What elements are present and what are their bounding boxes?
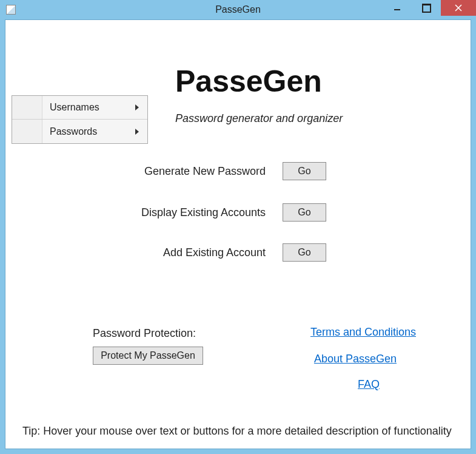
menu-gutter — [12, 96, 42, 119]
window-controls — [383, 0, 476, 16]
menu-item-usernames[interactable]: Usernames — [12, 96, 147, 120]
go-button-generate[interactable]: Go — [283, 162, 326, 180]
action-generate-password: Generate New Password Go — [129, 162, 326, 180]
action-label: Display Existing Accounts — [129, 206, 266, 219]
close-button[interactable] — [441, 0, 476, 16]
main-menu: Usernames Passwords — [12, 95, 148, 144]
action-label: Generate New Password — [129, 165, 266, 178]
minimize-button[interactable] — [383, 0, 412, 16]
maximize-button[interactable] — [412, 0, 441, 16]
action-add-account: Add Existing Account Go — [129, 243, 326, 262]
tagline: Password generator and organizer — [175, 112, 343, 125]
menu-item-label: Usernames — [50, 102, 99, 113]
go-button-add[interactable]: Go — [283, 243, 326, 262]
tip-text: Tip: Hover your mouse over text or butto… — [22, 425, 452, 438]
app-title: PasseGen — [175, 64, 322, 99]
titlebar: PasseGen — [0, 0, 476, 19]
chevron-right-icon — [135, 104, 139, 110]
menu-item-passwords[interactable]: Passwords — [12, 120, 147, 143]
window-title: PasseGen — [215, 4, 261, 15]
window-body: Usernames Passwords PasseGen Password ge… — [5, 19, 471, 449]
action-display-accounts: Display Existing Accounts Go — [129, 203, 326, 222]
link-terms[interactable]: Terms and Conditions — [310, 326, 416, 339]
app-icon — [6, 5, 16, 15]
protect-button[interactable]: Protect My PasseGen — [93, 347, 203, 365]
link-faq[interactable]: FAQ — [358, 378, 380, 391]
link-about[interactable]: About PasseGen — [314, 353, 397, 365]
menu-item-label: Passwords — [50, 126, 97, 137]
chevron-right-icon — [135, 129, 139, 135]
menu-gutter — [12, 120, 42, 143]
action-label: Add Existing Account — [129, 246, 266, 259]
close-icon — [455, 4, 462, 12]
protection-label: Password Protection: — [93, 327, 196, 340]
go-button-display[interactable]: Go — [283, 203, 326, 222]
